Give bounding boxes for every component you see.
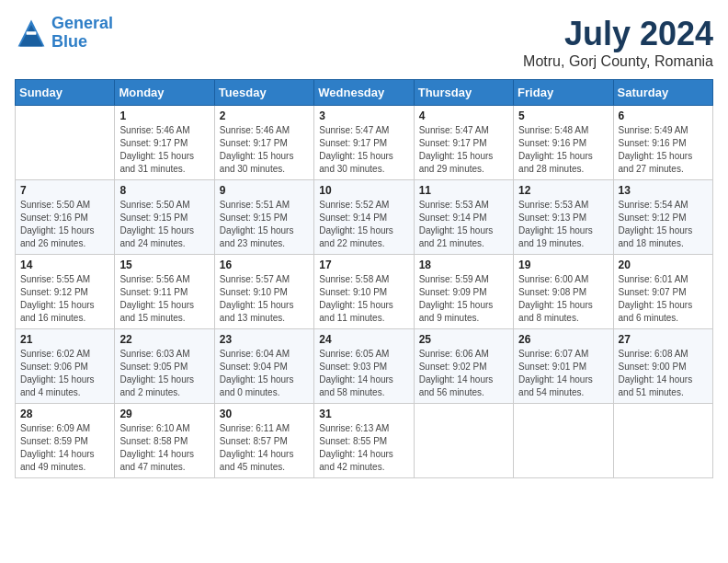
day-number: 5 [518, 109, 608, 122]
day-info: Sunrise: 5:59 AM Sunset: 9:09 PM Dayligh… [419, 273, 508, 325]
calendar-cell: 31Sunrise: 6:13 AM Sunset: 8:55 PM Dayli… [314, 404, 414, 478]
day-info: Sunrise: 5:51 AM Sunset: 9:15 PM Dayligh… [220, 199, 309, 250]
day-number: 13 [619, 184, 708, 197]
calendar-cell: 11Sunrise: 5:53 AM Sunset: 9:14 PM Dayli… [414, 180, 513, 255]
day-info: Sunrise: 5:52 AM Sunset: 9:14 PM Dayligh… [319, 199, 408, 250]
calendar-cell: 4Sunrise: 5:47 AM Sunset: 9:17 PM Daylig… [414, 106, 513, 180]
logo: General Blue [15, 15, 113, 52]
calendar-cell: 30Sunrise: 6:11 AM Sunset: 8:57 PM Dayli… [214, 404, 313, 478]
day-info: Sunrise: 5:53 AM Sunset: 9:13 PM Dayligh… [518, 199, 608, 250]
day-number: 6 [619, 109, 708, 122]
calendar-cell: 14Sunrise: 5:55 AM Sunset: 9:12 PM Dayli… [16, 255, 115, 329]
calendar-cell: 19Sunrise: 6:00 AM Sunset: 9:08 PM Dayli… [514, 255, 613, 329]
calendar-cell: 12Sunrise: 5:53 AM Sunset: 9:13 PM Dayli… [514, 180, 613, 255]
calendar-cell: 22Sunrise: 6:03 AM Sunset: 9:05 PM Dayli… [115, 329, 214, 404]
calendar-week-row: 14Sunrise: 5:55 AM Sunset: 9:12 PM Dayli… [16, 255, 713, 329]
month-year-title: July 2024 [523, 15, 713, 53]
day-info: Sunrise: 6:13 AM Sunset: 8:55 PM Dayligh… [319, 422, 408, 474]
logo-text: General Blue [51, 15, 113, 52]
calendar-cell: 21Sunrise: 6:02 AM Sunset: 9:06 PM Dayli… [16, 329, 115, 404]
calendar-cell: 18Sunrise: 5:59 AM Sunset: 9:09 PM Dayli… [414, 255, 513, 329]
col-header-monday: Monday [115, 80, 214, 106]
col-header-thursday: Thursday [414, 80, 513, 106]
day-number: 17 [319, 259, 408, 271]
day-number: 10 [319, 184, 408, 197]
day-number: 26 [518, 333, 608, 346]
day-info: Sunrise: 5:53 AM Sunset: 9:14 PM Dayligh… [419, 199, 508, 250]
col-header-sunday: Sunday [16, 80, 115, 106]
day-number: 18 [419, 259, 508, 271]
location-subtitle: Motru, Gorj County, Romania [523, 53, 713, 70]
calendar-cell: 5Sunrise: 5:48 AM Sunset: 9:16 PM Daylig… [514, 106, 613, 180]
day-number: 21 [20, 333, 109, 346]
day-number: 16 [220, 259, 309, 271]
calendar-cell: 10Sunrise: 5:52 AM Sunset: 9:14 PM Dayli… [314, 180, 414, 255]
calendar-cell: 13Sunrise: 5:54 AM Sunset: 9:12 PM Dayli… [613, 180, 712, 255]
calendar-cell [16, 106, 115, 180]
calendar-cell: 28Sunrise: 6:09 AM Sunset: 8:59 PM Dayli… [16, 404, 115, 478]
day-number: 25 [419, 333, 508, 346]
calendar-cell [414, 404, 513, 478]
day-info: Sunrise: 5:50 AM Sunset: 9:15 PM Dayligh… [119, 199, 209, 250]
calendar-cell: 25Sunrise: 6:06 AM Sunset: 9:02 PM Dayli… [414, 329, 513, 404]
day-number: 7 [20, 184, 109, 197]
day-info: Sunrise: 5:46 AM Sunset: 9:17 PM Dayligh… [220, 124, 309, 176]
calendar-cell: 1Sunrise: 5:46 AM Sunset: 9:17 PM Daylig… [115, 106, 214, 180]
day-number: 4 [419, 109, 508, 122]
day-number: 27 [619, 333, 708, 346]
calendar-cell: 8Sunrise: 5:50 AM Sunset: 9:15 PM Daylig… [115, 180, 214, 255]
day-info: Sunrise: 6:03 AM Sunset: 9:05 PM Dayligh… [119, 348, 209, 399]
day-info: Sunrise: 5:46 AM Sunset: 9:17 PM Dayligh… [119, 124, 209, 176]
day-number: 15 [119, 259, 209, 271]
day-info: Sunrise: 6:07 AM Sunset: 9:01 PM Dayligh… [518, 348, 608, 399]
day-info: Sunrise: 5:57 AM Sunset: 9:10 PM Dayligh… [220, 273, 309, 325]
calendar-cell: 17Sunrise: 5:58 AM Sunset: 9:10 PM Dayli… [314, 255, 414, 329]
calendar-cell: 27Sunrise: 6:08 AM Sunset: 9:00 PM Dayli… [613, 329, 712, 404]
day-info: Sunrise: 5:54 AM Sunset: 9:12 PM Dayligh… [619, 199, 708, 250]
day-number: 31 [319, 408, 408, 420]
svg-marker-1 [19, 25, 42, 46]
calendar-week-row: 1Sunrise: 5:46 AM Sunset: 9:17 PM Daylig… [16, 106, 713, 180]
calendar-cell [613, 404, 712, 478]
day-info: Sunrise: 6:01 AM Sunset: 9:07 PM Dayligh… [619, 273, 708, 325]
day-number: 12 [518, 184, 608, 197]
day-info: Sunrise: 6:08 AM Sunset: 9:00 PM Dayligh… [619, 348, 708, 399]
day-info: Sunrise: 5:58 AM Sunset: 9:10 PM Dayligh… [319, 273, 408, 325]
title-block: July 2024 Motru, Gorj County, Romania [523, 15, 713, 70]
day-info: Sunrise: 6:11 AM Sunset: 8:57 PM Dayligh… [220, 422, 309, 474]
calendar-cell [514, 404, 613, 478]
calendar-cell: 15Sunrise: 5:56 AM Sunset: 9:11 PM Dayli… [115, 255, 214, 329]
day-number: 2 [220, 109, 309, 122]
day-number: 8 [119, 184, 209, 197]
col-header-wednesday: Wednesday [314, 80, 414, 106]
day-number: 14 [20, 259, 109, 271]
calendar-cell: 29Sunrise: 6:10 AM Sunset: 8:58 PM Dayli… [115, 404, 214, 478]
day-info: Sunrise: 6:04 AM Sunset: 9:04 PM Dayligh… [220, 348, 309, 399]
day-number: 23 [220, 333, 309, 346]
day-info: Sunrise: 6:02 AM Sunset: 9:06 PM Dayligh… [20, 348, 109, 399]
calendar-cell: 7Sunrise: 5:50 AM Sunset: 9:16 PM Daylig… [16, 180, 115, 255]
day-info: Sunrise: 6:10 AM Sunset: 8:58 PM Dayligh… [119, 422, 209, 474]
day-info: Sunrise: 6:05 AM Sunset: 9:03 PM Dayligh… [319, 348, 408, 399]
col-header-saturday: Saturday [613, 80, 712, 106]
day-number: 19 [518, 259, 608, 271]
calendar-cell: 23Sunrise: 6:04 AM Sunset: 9:04 PM Dayli… [214, 329, 313, 404]
svg-rect-2 [27, 31, 37, 35]
calendar-cell: 16Sunrise: 5:57 AM Sunset: 9:10 PM Dayli… [214, 255, 313, 329]
day-info: Sunrise: 6:06 AM Sunset: 9:02 PM Dayligh… [419, 348, 508, 399]
calendar-cell: 24Sunrise: 6:05 AM Sunset: 9:03 PM Dayli… [314, 329, 414, 404]
day-info: Sunrise: 5:48 AM Sunset: 9:16 PM Dayligh… [518, 124, 608, 176]
day-number: 9 [220, 184, 309, 197]
day-info: Sunrise: 5:55 AM Sunset: 9:12 PM Dayligh… [20, 273, 109, 325]
day-number: 11 [419, 184, 508, 197]
calendar-cell: 20Sunrise: 6:01 AM Sunset: 9:07 PM Dayli… [613, 255, 712, 329]
day-number: 22 [119, 333, 209, 346]
calendar-week-row: 21Sunrise: 6:02 AM Sunset: 9:06 PM Dayli… [16, 329, 713, 404]
day-info: Sunrise: 5:49 AM Sunset: 9:16 PM Dayligh… [619, 124, 708, 176]
day-number: 3 [319, 109, 408, 122]
day-number: 28 [20, 408, 109, 420]
logo-icon [15, 17, 48, 50]
calendar-week-row: 7Sunrise: 5:50 AM Sunset: 9:16 PM Daylig… [16, 180, 713, 255]
day-info: Sunrise: 5:50 AM Sunset: 9:16 PM Dayligh… [20, 199, 109, 250]
calendar-cell: 3Sunrise: 5:47 AM Sunset: 9:17 PM Daylig… [314, 106, 414, 180]
